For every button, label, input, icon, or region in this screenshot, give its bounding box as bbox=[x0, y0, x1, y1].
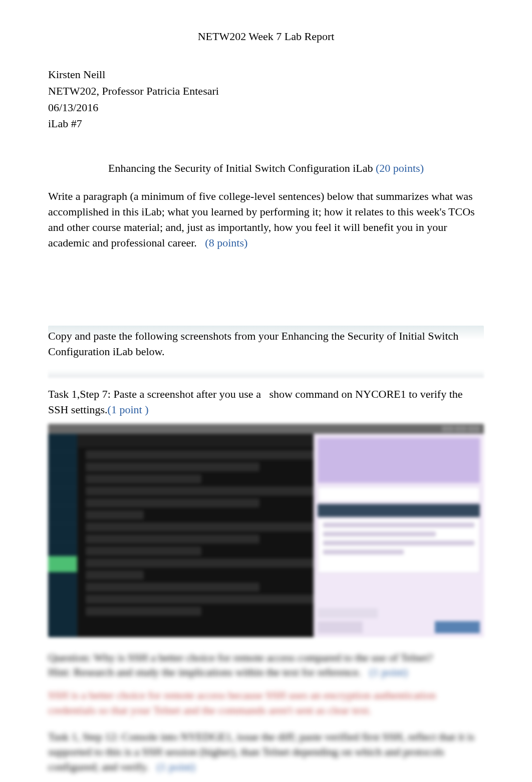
paragraph-prompt: Write a paragraph (a minimum of five col… bbox=[48, 189, 484, 250]
paragraph-points: (8 points) bbox=[205, 236, 247, 249]
paragraph-prompt-text: Write a paragraph (a minimum of five col… bbox=[48, 190, 475, 248]
q1-line2: Hint: Research and study the implication… bbox=[48, 666, 361, 678]
copy-paste-instruction: Copy and paste the following screenshots… bbox=[48, 329, 484, 360]
course-line: NETW202, Professor Patricia Entesari bbox=[48, 84, 484, 99]
task1-step12-text: Task 1, Step 12: Console into NYEDGE1, i… bbox=[48, 730, 474, 772]
task1-step7: Task 1,Step 7: Paste a screenshot after … bbox=[48, 387, 484, 418]
screenshot-placeholder bbox=[48, 424, 484, 637]
page-title: NETW202 Week 7 Lab Report bbox=[48, 30, 484, 43]
q1-answer: SSH is a better choice for remote access… bbox=[48, 689, 436, 716]
lab-section-title: Enhancing the Security of Initial Switch… bbox=[48, 162, 484, 175]
q1-points: (1 point) bbox=[369, 666, 407, 678]
q1-line1: Question: Why is SSH a better choice for… bbox=[48, 651, 433, 664]
task1-step12-points: (1 point) bbox=[157, 760, 195, 773]
lab-title-text: Enhancing the Security of Initial Switch… bbox=[108, 162, 373, 174]
answer-block-blurred: SSH is a better choice for remote access… bbox=[48, 688, 484, 717]
lab-total-points: (20 points) bbox=[376, 162, 424, 174]
task1-step12-blurred: Task 1, Step 12: Console into NYEDGE1, i… bbox=[48, 729, 484, 774]
student-info: Kirsten Neill NETW202, Professor Patrici… bbox=[48, 67, 484, 132]
student-name: Kirsten Neill bbox=[48, 67, 484, 83]
task1-step7-points: (1 point ) bbox=[108, 403, 149, 416]
task1-step7-text-a: Task 1,Step 7: Paste a screenshot after … bbox=[48, 388, 261, 400]
question-block-blurred: Question: Why is SSH a better choice for… bbox=[48, 650, 484, 680]
lab-number: iLab #7 bbox=[48, 116, 484, 132]
date: 06/13/2016 bbox=[48, 100, 484, 116]
